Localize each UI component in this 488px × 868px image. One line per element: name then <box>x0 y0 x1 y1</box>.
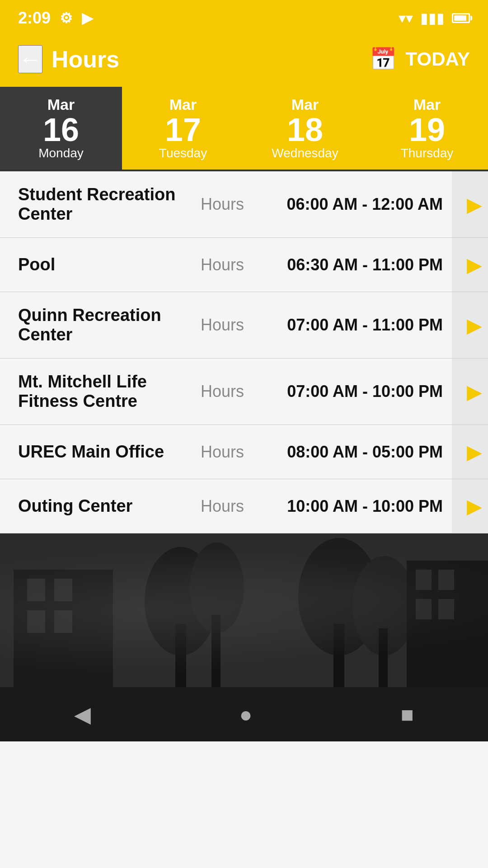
facility-hours-5: 10:00 AM - 10:00 PM <box>263 497 443 516</box>
facility-chevron-icon-5: ▶ <box>467 495 482 518</box>
svg-point-10 <box>298 538 380 656</box>
date-picker: Mar 16 Monday Mar 17 Tuesday Mar 18 Wedn… <box>0 87 488 171</box>
facility-hours-0: 06:00 AM - 12:00 AM <box>263 195 443 214</box>
facility-chevron-icon-3: ▶ <box>467 380 482 403</box>
date-number-1: 17 <box>165 113 201 146</box>
date-month-0: Mar <box>47 96 75 113</box>
svg-rect-5 <box>54 610 72 633</box>
date-number-0: 16 <box>43 113 79 146</box>
facility-hours-3: 07:00 AM - 10:00 PM <box>263 382 443 401</box>
facility-label-3: Hours <box>182 382 263 401</box>
svg-rect-3 <box>54 579 72 601</box>
facility-arrow-container-1: ▶ <box>452 238 488 292</box>
facility-label-5: Hours <box>182 497 263 516</box>
facility-chevron-icon-0: ▶ <box>467 193 482 216</box>
status-right: ▾▾ ▮▮▮ <box>399 9 470 27</box>
facility-arrow-container-3: ▶ <box>452 359 488 425</box>
recents-nav-button[interactable]: ■ <box>383 698 432 731</box>
status-left: 2:09 ⚙ ▶ <box>18 9 93 28</box>
home-nav-button[interactable]: ● <box>221 698 270 731</box>
battery-icon <box>452 13 470 23</box>
svg-rect-2 <box>27 579 45 601</box>
svg-point-8 <box>190 542 244 633</box>
svg-rect-4 <box>27 610 45 633</box>
facility-item-0[interactable]: Student Recreation Center Hours 06:00 AM… <box>0 171 488 238</box>
svg-rect-15 <box>416 570 432 590</box>
svg-rect-16 <box>438 570 454 590</box>
facility-chevron-icon-1: ▶ <box>467 253 482 276</box>
svg-rect-14 <box>407 561 488 687</box>
date-item-19[interactable]: Mar 19 Thursday <box>366 87 488 170</box>
facility-name-3: Mt. Mitchell Life Fitness Centre <box>18 372 182 411</box>
facility-item-5[interactable]: Outing Center Hours 10:00 AM - 10:00 PM … <box>0 479 488 533</box>
facility-item-1[interactable]: Pool Hours 06:30 AM - 11:00 PM ▶ <box>0 238 488 292</box>
svg-rect-9 <box>211 615 221 687</box>
date-item-18[interactable]: Mar 18 Wednesday <box>244 87 366 170</box>
facility-name-2: Quinn Recreation Center <box>18 306 182 344</box>
facility-label-4: Hours <box>182 443 263 462</box>
facility-name-4: UREC Main Office <box>18 442 182 462</box>
date-item-17[interactable]: Mar 17 Tuesday <box>122 87 244 170</box>
date-month-2: Mar <box>291 96 319 113</box>
facility-arrow-container-5: ▶ <box>452 479 488 533</box>
date-month-1: Mar <box>169 96 197 113</box>
facility-label-2: Hours <box>182 316 263 335</box>
facility-arrow-container-4: ▶ <box>452 425 488 479</box>
back-nav-button[interactable]: ◀ <box>56 697 109 731</box>
date-day-1: Tuesday <box>159 146 207 160</box>
svg-rect-7 <box>175 624 186 687</box>
date-day-0: Monday <box>38 146 84 160</box>
facility-hours-1: 06:30 AM - 11:00 PM <box>263 255 443 274</box>
facility-label-0: Hours <box>182 195 263 214</box>
bottom-image-area <box>0 533 488 687</box>
status-time: 2:09 <box>18 9 51 28</box>
svg-point-12 <box>352 556 416 656</box>
facility-name-0: Student Recreation Center <box>18 185 182 224</box>
facility-name-1: Pool <box>18 255 182 274</box>
svg-rect-13 <box>379 628 388 687</box>
svg-rect-18 <box>438 599 454 619</box>
settings-icon: ⚙ <box>60 9 73 27</box>
header: ← Hours 📅 TODAY <box>0 36 488 87</box>
facility-hours-4: 08:00 AM - 05:00 PM <box>263 443 443 462</box>
date-number-3: 19 <box>409 113 445 146</box>
facility-chevron-icon-2: ▶ <box>467 314 482 337</box>
calendar-icon[interactable]: 📅 <box>370 47 397 72</box>
facility-chevron-icon-4: ▶ <box>467 440 482 463</box>
date-item-16[interactable]: Mar 16 Monday <box>0 87 122 170</box>
facility-item-3[interactable]: Mt. Mitchell Life Fitness Centre Hours 0… <box>0 359 488 425</box>
svg-rect-17 <box>416 599 432 619</box>
facility-item-4[interactable]: UREC Main Office Hours 08:00 AM - 05:00 … <box>0 425 488 479</box>
nav-bar: ◀ ● ■ <box>0 687 488 741</box>
facilities-list: Student Recreation Center Hours 06:00 AM… <box>0 171 488 533</box>
facility-arrow-container-2: ▶ <box>452 292 488 358</box>
date-month-3: Mar <box>413 96 441 113</box>
date-day-3: Thursday <box>401 146 454 160</box>
date-number-2: 18 <box>287 113 323 146</box>
svg-point-6 <box>145 547 217 656</box>
facility-hours-2: 07:00 AM - 11:00 PM <box>263 316 443 335</box>
page-title: Hours <box>52 46 119 73</box>
header-left: ← Hours <box>18 45 119 73</box>
facility-label-1: Hours <box>182 255 263 274</box>
wifi-icon: ▾▾ <box>399 9 413 27</box>
today-button[interactable]: TODAY <box>406 48 470 70</box>
facility-arrow-container-0: ▶ <box>452 171 488 237</box>
svg-rect-1 <box>14 570 113 687</box>
shield-icon: ▶ <box>82 9 93 27</box>
status-bar: 2:09 ⚙ ▶ ▾▾ ▮▮▮ <box>0 0 488 36</box>
header-right: 📅 TODAY <box>370 47 470 72</box>
svg-rect-0 <box>0 533 488 687</box>
date-day-2: Wednesday <box>272 146 338 160</box>
facility-name-5: Outing Center <box>18 496 182 516</box>
background-illustration <box>0 533 488 687</box>
back-button[interactable]: ← <box>18 45 42 73</box>
svg-rect-11 <box>333 624 344 687</box>
signal-icon: ▮▮▮ <box>420 9 445 27</box>
facility-item-2[interactable]: Quinn Recreation Center Hours 07:00 AM -… <box>0 292 488 359</box>
